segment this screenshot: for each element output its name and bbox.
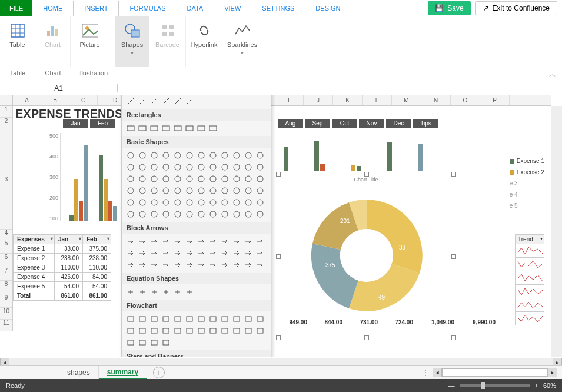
shape-item[interactable]	[184, 197, 195, 208]
shape-item[interactable]	[243, 314, 254, 324]
shape-item[interactable]	[255, 236, 265, 247]
shape-item[interactable]	[208, 209, 218, 220]
shape-item[interactable]	[172, 96, 183, 107]
shape-item[interactable]	[196, 123, 207, 134]
shape-item[interactable]	[149, 236, 159, 247]
shape-item[interactable]	[255, 314, 265, 324]
shape-item[interactable]	[196, 150, 207, 161]
tab-settings[interactable]: SETTINGS	[251, 0, 305, 16]
collapse-ribbon-button[interactable]: ︿	[543, 67, 562, 81]
tab-home[interactable]: HOME	[32, 0, 73, 16]
sheet-tab-summary[interactable]: summary	[99, 366, 147, 380]
shape-item[interactable]	[161, 197, 171, 208]
shape-item[interactable]	[196, 325, 207, 336]
shape-item[interactable]	[196, 248, 207, 258]
shape-item[interactable]	[208, 236, 218, 247]
row-header[interactable]: 5	[0, 240, 12, 254]
cell[interactable]: Total	[14, 291, 55, 301]
shape-item[interactable]	[125, 287, 136, 297]
shape-item[interactable]	[137, 287, 148, 297]
cell[interactable]: 375.00	[83, 244, 111, 254]
add-sheet-button[interactable]: +	[153, 367, 165, 378]
shape-item[interactable]	[161, 150, 171, 161]
tab-data[interactable]: DATA	[177, 0, 214, 16]
shape-item[interactable]	[172, 314, 183, 324]
shape-item[interactable]	[196, 185, 207, 196]
shape-item[interactable]	[184, 314, 195, 324]
row-header[interactable]: 9	[0, 294, 12, 308]
tab-insert[interactable]: INSERT	[73, 1, 119, 16]
shape-item[interactable]	[243, 150, 254, 161]
insert-hyperlink-button[interactable]: Hyperlink	[186, 20, 222, 51]
shape-item[interactable]	[243, 248, 254, 258]
shape-item[interactable]	[196, 236, 207, 247]
shape-item[interactable]	[220, 197, 230, 208]
cell[interactable]: 110.00	[83, 263, 111, 273]
cell[interactable]: Expense 5	[14, 282, 55, 291]
save-button[interactable]: 💾 Save	[428, 1, 470, 15]
shape-item[interactable]	[255, 150, 265, 161]
shape-item[interactable]	[149, 185, 159, 196]
shape-item[interactable]	[231, 248, 242, 258]
shape-item[interactable]	[172, 162, 183, 172]
cell[interactable]: 54.00	[83, 282, 111, 291]
shape-item[interactable]	[125, 236, 136, 247]
shape-item[interactable]	[243, 260, 254, 270]
shape-item[interactable]	[172, 325, 183, 336]
shape-item[interactable]	[231, 209, 242, 220]
shape-item[interactable]	[137, 248, 148, 258]
shape-item[interactable]	[255, 248, 265, 258]
shape-item[interactable]	[149, 197, 159, 208]
shape-item[interactable]	[184, 96, 195, 107]
shape-item[interactable]	[172, 248, 183, 258]
shape-item[interactable]	[149, 162, 159, 172]
sheet-tab-shapes[interactable]: shapes	[59, 366, 99, 379]
spark-header[interactable]: Trend	[515, 234, 544, 244]
shape-item[interactable]	[243, 174, 254, 184]
shape-item[interactable]	[196, 174, 207, 184]
shape-item[interactable]	[196, 260, 207, 270]
shape-item[interactable]	[220, 314, 230, 324]
shape-item[interactable]	[231, 150, 242, 161]
row-header[interactable]: 1	[0, 106, 12, 118]
shape-item[interactable]	[208, 174, 218, 184]
shape-item[interactable]	[149, 174, 159, 184]
row-header[interactable]: 4	[0, 230, 12, 240]
shape-item[interactable]	[208, 150, 218, 161]
shape-item[interactable]	[255, 174, 265, 184]
insert-chart-button[interactable]: Chart	[40, 20, 66, 51]
shape-item[interactable]	[231, 185, 242, 196]
shape-item[interactable]	[184, 174, 195, 184]
shape-item[interactable]	[125, 123, 136, 134]
shape-item[interactable]	[149, 325, 159, 336]
shape-item[interactable]	[149, 337, 159, 348]
shape-item[interactable]	[184, 123, 195, 134]
shape-item[interactable]	[125, 174, 136, 184]
row-header[interactable]: 2	[0, 118, 12, 129]
col-header[interactable]: M	[392, 95, 421, 105]
shape-item[interactable]	[161, 174, 171, 184]
shape-item[interactable]	[161, 248, 171, 258]
shape-item[interactable]	[137, 123, 148, 134]
shape-item[interactable]	[125, 209, 136, 220]
shape-item[interactable]	[172, 185, 183, 196]
shape-item[interactable]	[149, 123, 159, 134]
shape-item[interactable]	[184, 248, 195, 258]
shape-item[interactable]	[196, 162, 207, 172]
shape-item[interactable]	[125, 162, 136, 172]
cell[interactable]: 861.00	[83, 291, 111, 301]
col-header[interactable]: A	[13, 95, 41, 105]
shape-item[interactable]	[255, 209, 265, 220]
shapes-dropdown-panel[interactable]: Lines Rectangles Basic Shapes Block Arro…	[121, 95, 271, 357]
shape-item[interactable]	[137, 150, 148, 161]
shape-item[interactable]	[208, 314, 218, 324]
shape-item[interactable]	[161, 162, 171, 172]
zoom-out-button[interactable]: —	[448, 382, 455, 389]
cell[interactable]: Expense 4	[14, 273, 55, 282]
zoom-value[interactable]: 60%	[543, 382, 556, 389]
tab-scroll-left[interactable]: ◄	[433, 368, 442, 377]
exit-button[interactable]: ↗ Exit to Confluence	[475, 1, 557, 15]
shape-item[interactable]	[208, 248, 218, 258]
shape-item[interactable]	[231, 162, 242, 172]
col-header[interactable]: B	[41, 95, 69, 105]
